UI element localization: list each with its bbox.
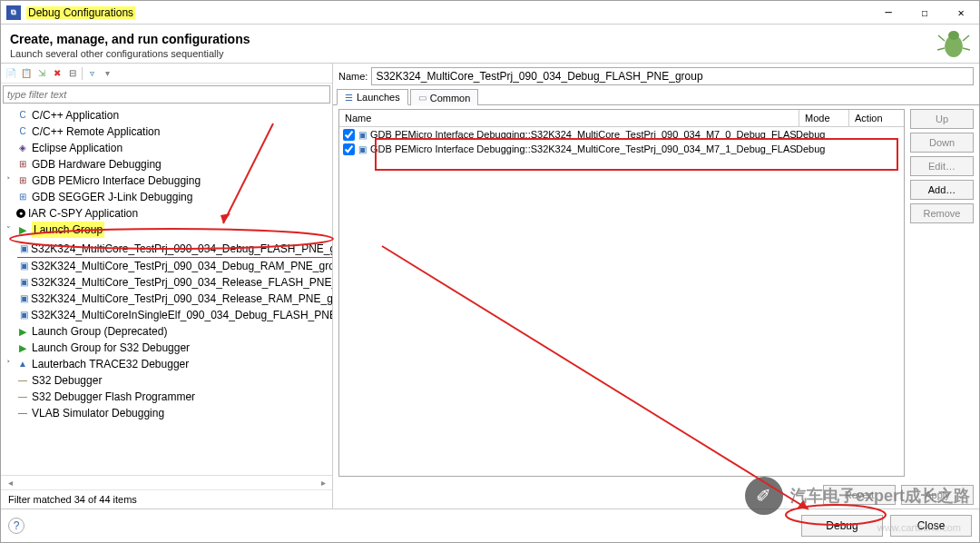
- tree-item[interactable]: ◈Eclipse Application: [3, 140, 332, 156]
- up-button[interactable]: Up: [910, 109, 974, 129]
- close-button[interactable]: ✕: [943, 1, 979, 25]
- row-checkbox[interactable]: [343, 129, 355, 141]
- tree-item[interactable]: CC/C++ Remote Application: [3, 123, 332, 140]
- table-header: Name Mode Action: [339, 110, 904, 127]
- delete-icon[interactable]: ✖: [51, 67, 64, 80]
- apply-button[interactable]: Apply: [901, 485, 974, 505]
- s32-debugger-icon: —: [16, 390, 29, 403]
- revert-button[interactable]: Revert: [823, 485, 896, 505]
- left-pane: 📄 📋 ⇲ ✖ ⊟ ▿ ▾ CC/C++ ApplicationCC/C++ R…: [1, 64, 333, 508]
- page-title: Create, manage, and run configurations: [10, 32, 970, 46]
- help-button[interactable]: ?: [8, 518, 24, 534]
- separator: [82, 67, 83, 80]
- tab-launches[interactable]: ☰ Launches: [337, 89, 408, 105]
- col-mode[interactable]: Mode: [799, 110, 849, 126]
- button-column: Up Down Edit… Add… Remove: [910, 109, 974, 477]
- new-config-icon[interactable]: 📄: [5, 67, 17, 80]
- tree-item-label: GDB SEGGER J-Link Debugging: [32, 189, 192, 205]
- launch-config-icon: ▣: [20, 292, 28, 305]
- tree-item[interactable]: —VLAB Simulator Debugging: [3, 405, 332, 421]
- launch-config-icon: ▣: [20, 276, 28, 289]
- filter-icon[interactable]: ▿: [85, 67, 98, 80]
- app-icon: ⧉: [6, 5, 21, 20]
- export-icon[interactable]: ⇲: [35, 67, 48, 80]
- tree-item-label: Eclipse Application: [32, 140, 122, 156]
- col-action[interactable]: Action: [849, 110, 904, 126]
- page-subtitle: Launch several other configurations sequ…: [10, 48, 970, 59]
- svg-line-4: [937, 48, 945, 50]
- tree-item[interactable]: ▶Launch Group (Deprecated): [3, 323, 332, 340]
- minimize-button[interactable]: ─: [870, 1, 906, 25]
- common-tab-icon: ▭: [418, 93, 426, 103]
- name-field[interactable]: [371, 67, 974, 85]
- tree-item-label: S32 Debugger Flash Programmer: [32, 389, 195, 405]
- tree-item[interactable]: CC/C++ Application: [3, 107, 332, 123]
- down-button[interactable]: Down: [910, 133, 974, 153]
- left-toolbar: 📄 📋 ⇲ ✖ ⊟ ▿ ▾: [1, 64, 332, 84]
- add-button[interactable]: Add…: [910, 180, 974, 200]
- tree-item[interactable]: ˃▲Lauterbach TRACE32 Debugger: [3, 356, 332, 372]
- tree-item[interactable]: ●IAR C-SPY Application: [3, 205, 332, 222]
- s32-debugger-icon: —: [16, 374, 29, 387]
- tree-item[interactable]: ⊞GDB Hardware Debugging: [3, 156, 332, 173]
- tree-item[interactable]: ▣S32K324_MultiCore_TestPrj_090_034_Debug…: [17, 241, 332, 258]
- twisty-icon[interactable]: ˅: [3, 222, 14, 238]
- eclipse-icon: ◈: [16, 142, 29, 154]
- tree-item[interactable]: —S32 Debugger Flash Programmer: [3, 389, 332, 405]
- body: 📄 📋 ⇲ ✖ ⊟ ▿ ▾ CC/C++ ApplicationCC/C++ R…: [1, 63, 979, 508]
- twisty-icon[interactable]: ˃: [3, 173, 14, 189]
- maximize-button[interactable]: ☐: [906, 1, 943, 25]
- row-name: GDB PEMicro Interface Debugging::S32K324…: [370, 143, 796, 154]
- tree-item[interactable]: ⊞GDB SEGGER J-Link Debugging: [3, 189, 332, 205]
- launches-table: Name Mode Action ▣GDB PEMicro Interface …: [338, 109, 905, 477]
- titlebar: ⧉ Debug Configurations ─ ☐ ✕: [1, 1, 979, 25]
- table-row[interactable]: ▣GDB PEMicro Interface Debugging::S32K32…: [339, 142, 904, 156]
- gdb-icon: ⊞: [16, 158, 29, 171]
- edit-button[interactable]: Edit…: [910, 156, 974, 176]
- tree-item-label: S32K324_MultiCoreInSingleElf_090_034_Deb…: [31, 307, 332, 323]
- tree-item-label: Launch Group: [32, 222, 104, 238]
- tree-item[interactable]: ▣S32K324_MultiCore_TestPrj_090_034_Relea…: [17, 291, 332, 307]
- row-checkbox[interactable]: [343, 143, 355, 155]
- launch-group-icon: ▶: [16, 341, 29, 354]
- collapse-icon[interactable]: ⊟: [66, 67, 79, 80]
- tree-item[interactable]: ▣S32K324_MultiCoreInSingleElf_090_034_De…: [17, 307, 332, 323]
- iar-icon: ●: [16, 209, 25, 218]
- twisty-icon[interactable]: ˃: [3, 356, 14, 372]
- horizontal-scrollbar[interactable]: ◂▸: [1, 475, 332, 489]
- tree-item-label: GDB PEMicro Interface Debugging: [32, 173, 201, 189]
- debug-button[interactable]: Debug: [801, 515, 883, 537]
- tree-item-label: GDB Hardware Debugging: [32, 156, 162, 173]
- tree-item-label: C/C++ Remote Application: [32, 123, 160, 140]
- tree-item[interactable]: ˃⊞GDB PEMicro Interface Debugging: [3, 173, 332, 189]
- tree-item[interactable]: ▶Launch Group for S32 Debugger: [3, 340, 332, 356]
- filter-input[interactable]: [3, 85, 330, 104]
- tree-item[interactable]: ˅▶Launch Group▣S32K324_MultiCore_TestPrj…: [3, 222, 332, 323]
- row-name: GDB PEMicro Interface Debugging::S32K324…: [370, 129, 796, 140]
- col-name[interactable]: Name: [339, 110, 799, 126]
- tree-item-label: C/C++ Application: [32, 107, 119, 123]
- lauterbach-icon: ▲: [16, 358, 29, 370]
- svg-point-1: [948, 31, 959, 40]
- new-proto-icon[interactable]: 📋: [20, 67, 33, 80]
- launch-config-icon: ▣: [20, 309, 28, 321]
- tree-item[interactable]: —S32 Debugger: [3, 372, 332, 389]
- menu-chevron-icon[interactable]: ▾: [101, 67, 113, 80]
- tree-item[interactable]: ▣S32K324_MultiCore_TestPrj_090_034_Relea…: [17, 274, 332, 291]
- name-row: Name:: [333, 64, 979, 89]
- tab-common-label: Common: [430, 93, 471, 104]
- c-app-icon: C: [16, 109, 29, 122]
- vlab-icon: —: [16, 407, 29, 420]
- dialog-close-button[interactable]: Close: [890, 515, 972, 537]
- remove-button[interactable]: Remove: [910, 203, 974, 223]
- table-body[interactable]: ▣GDB PEMicro Interface Debugging::S32K32…: [339, 127, 904, 476]
- launch-group-icon: ▶: [16, 223, 29, 236]
- tab-launches-label: Launches: [357, 92, 400, 103]
- config-tree[interactable]: CC/C++ ApplicationCC/C++ Remote Applicat…: [1, 105, 332, 475]
- svg-line-2: [938, 35, 945, 41]
- tree-item[interactable]: ▣S32K324_MultiCore_TestPrj_090_034_Debug…: [17, 258, 332, 274]
- table-row[interactable]: ▣GDB PEMicro Interface Debugging::S32K32…: [339, 127, 904, 142]
- window-controls: ─ ☐ ✕: [870, 1, 979, 25]
- tab-common[interactable]: ▭ Common: [410, 89, 479, 105]
- tree-item-label: Lauterbach TRACE32 Debugger: [32, 356, 189, 372]
